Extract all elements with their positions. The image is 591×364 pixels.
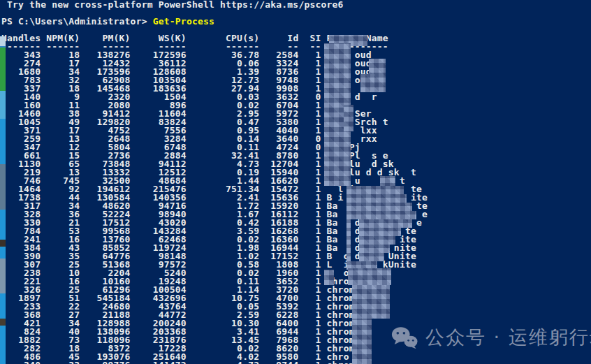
desktop-edge-sliver (0, 36, 6, 364)
watermark: 公众号 · 运维躬行录 (391, 325, 591, 350)
powershell-screenshot: Try the new cross-platform PowerShell ht… (0, 0, 591, 364)
process-table: Handles NPM(K) PM(K) WS(K) CPU(s) Id SI … (1, 34, 591, 364)
prompt-line: PS C:\Users\Administrator> Get-Process (1, 17, 591, 26)
prompt-path: PS C:\Users\Administrator> (1, 16, 153, 27)
desktop-icon-fragment-dark1 (0, 240, 6, 247)
desktop-icon-fragment-dark2 (0, 319, 6, 326)
desktop-icon-fragment-white (0, 259, 6, 293)
wechat-icon (391, 326, 418, 349)
desktop-icon-fragment-slate (0, 164, 6, 210)
desktop-icon-fragment-lightblue (0, 91, 6, 119)
watermark-label: 公众号 · 运维躬行录 (425, 325, 591, 350)
desktop-icon-fragment-green (0, 48, 6, 91)
banner-line: Try the new cross-platform PowerShell ht… (1, 1, 591, 9)
process-row: 340 33 99776 141472 4.72 9744 1 chrom (1, 361, 591, 364)
powershell-window[interactable]: Try the new cross-platform PowerShell ht… (0, 0, 591, 364)
prompt-command: Get-Process (153, 16, 214, 27)
